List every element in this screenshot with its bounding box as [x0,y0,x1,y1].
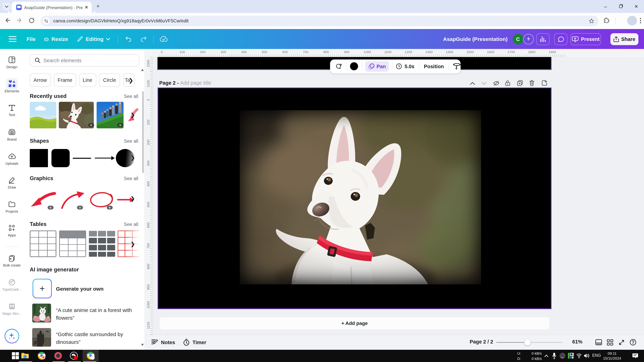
svg-text:co: co [11,132,13,134]
